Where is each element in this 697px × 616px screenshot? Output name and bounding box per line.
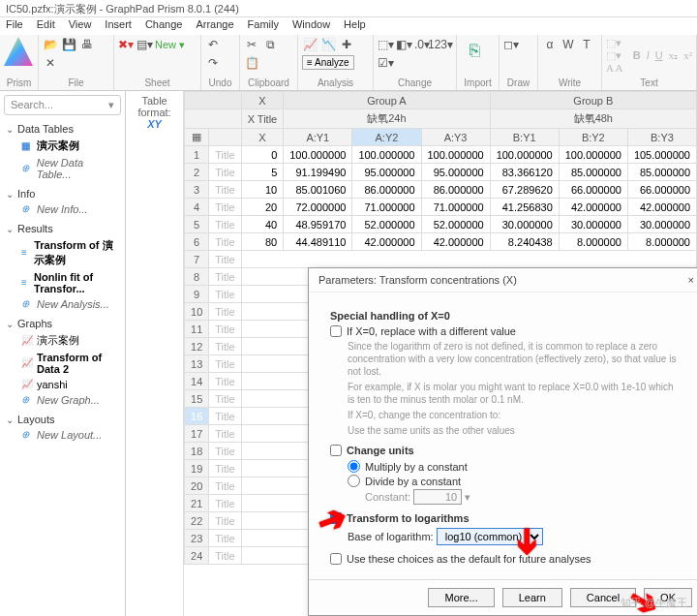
nav-graph-transform[interactable]: 📈Transform of Data 2 [0, 350, 125, 377]
navigator: Search...▾ Data Tables ▦演示案例 ⊕New Data T… [0, 91, 126, 616]
search-dropdown-icon[interactable]: ▾ [108, 99, 114, 111]
nav-item-nonlin[interactable]: ≡Nonlin fit of Transfor... [0, 269, 125, 296]
constant-input[interactable] [413, 489, 462, 505]
import-icon[interactable]: ⎘ [461, 37, 488, 64]
prism-logo-icon[interactable] [4, 37, 33, 66]
nav-graphs[interactable]: Graphs [0, 316, 125, 331]
change2-icon[interactable]: ◧▾ [396, 37, 411, 52]
open-icon[interactable]: 📂 [43, 37, 58, 52]
col-by1[interactable]: B:Y1 [490, 129, 559, 146]
search-input[interactable]: Search...▾ [4, 95, 121, 115]
nav-results[interactable]: Results [0, 221, 125, 236]
nav-new-layout[interactable]: ⊕New Layout... [0, 427, 125, 443]
draw-icon[interactable]: ◻▾ [503, 37, 519, 52]
write-w-icon[interactable]: W [561, 37, 576, 52]
new-sheet-button[interactable]: New ▾ [155, 39, 185, 51]
nav-item-transform[interactable]: ≡Transform of 演示案例 [0, 236, 125, 269]
col-ay1[interactable]: A:Y1 [284, 129, 352, 146]
nav-new-analysis[interactable]: ⊕New Analysis... [0, 296, 125, 312]
subtitle-b[interactable]: 缺氧48h [490, 109, 696, 129]
cut-icon[interactable]: ✂ [244, 37, 259, 52]
table-row[interactable]: 1Title0100.000000100.000000100.000000100… [185, 146, 697, 164]
ribbon-label-change: Change [378, 77, 452, 88]
col-ay2[interactable]: A:Y2 [352, 129, 421, 146]
redo-icon[interactable]: ↷ [205, 55, 221, 71]
nav-graph-yanshi[interactable]: 📈yanshi [0, 377, 125, 392]
base-select[interactable]: log10 (common) [437, 528, 543, 545]
cb-change-units[interactable]: Change units [330, 445, 682, 456]
nav-item-demo[interactable]: ▦演示案例 [0, 137, 125, 155]
paste-icon[interactable]: 📋 [244, 55, 259, 71]
col-by3[interactable]: B:Y3 [627, 129, 696, 146]
col-group-b[interactable]: Group B [490, 92, 696, 109]
sheet-icon[interactable]: ▤▾ [136, 37, 152, 52]
learn-button[interactable]: Learn [502, 588, 562, 607]
write-t-icon[interactable]: T [579, 37, 594, 52]
menu-help[interactable]: Help [344, 18, 366, 34]
plus-icon: ⊕ [21, 429, 33, 441]
radio-divide[interactable]: Divide by a constant [348, 475, 682, 487]
table-row[interactable]: 2Title591.19949095.00000095.00000083.366… [185, 164, 697, 181]
menu-family[interactable]: Family [248, 18, 279, 34]
cb-transform-log[interactable]: Transform to logarithms [330, 512, 682, 524]
menu-window[interactable]: Window [292, 18, 330, 34]
table-row[interactable]: 4Title2072.00000071.00000071.00000041.25… [185, 199, 697, 216]
underline-button[interactable]: U [655, 49, 663, 61]
undo-icon[interactable]: ↶ [205, 37, 221, 52]
sup-button[interactable]: x² [683, 49, 692, 61]
menu-view[interactable]: View [69, 18, 92, 34]
subtitle-a[interactable]: 缺氧24h [284, 109, 490, 129]
nav-graph-demo[interactable]: 📈演示案例 [0, 331, 125, 350]
menu-change[interactable]: Change [145, 18, 183, 34]
col-ay3[interactable]: A:Y3 [421, 129, 490, 146]
graph-icon: 📈 [21, 379, 33, 390]
corner-icon[interactable]: ▦ [185, 129, 209, 146]
menu-insert[interactable]: Insert [105, 18, 132, 34]
chart3-icon[interactable]: ✚ [339, 37, 354, 52]
ribbon-label-clipboard: Clipboard [244, 77, 293, 88]
analyze-button[interactable]: ≡ Analyze [302, 55, 354, 70]
radio-multiply[interactable]: Multiply by a constant [348, 460, 682, 473]
table-format[interactable]: Table format: XY [126, 91, 184, 616]
table-row[interactable]: 6Title8044.48911042.00000042.0000008.240… [185, 233, 697, 251]
nav-new-data-table[interactable]: ⊕New Data Table... [0, 155, 125, 182]
italic-button[interactable]: I [647, 49, 650, 61]
watermark: 知乎 @牛魔王 [621, 596, 687, 610]
col-x2[interactable]: X [241, 129, 284, 146]
print-icon[interactable]: 🖶 [79, 37, 95, 52]
col-x[interactable]: X [241, 92, 284, 109]
change1-icon[interactable]: ⬚▾ [378, 37, 393, 52]
copy-icon[interactable]: ⧉ [262, 37, 278, 52]
constant-row: Constant: ▾ [365, 489, 682, 505]
write-alpha-icon[interactable]: α [542, 37, 558, 52]
nav-info[interactable]: Info [0, 186, 125, 201]
close-file-icon[interactable]: ✕ [43, 55, 58, 71]
dialog-close-icon[interactable]: × [688, 274, 694, 286]
more-button[interactable]: More... [428, 588, 494, 607]
delete-sheet-icon[interactable]: ✖▾ [118, 37, 134, 52]
nav-layouts[interactable]: Layouts [0, 412, 125, 427]
save-icon[interactable]: 💾 [61, 37, 76, 52]
cb-replace-x0[interactable]: If X=0, replace with a different value [330, 325, 682, 337]
chart2-icon[interactable]: 📉 [320, 37, 336, 52]
x-title[interactable]: X Title [241, 109, 284, 129]
table-row[interactable]: 5Title4048.95917052.00000052.00000030.00… [185, 216, 697, 233]
change4-icon[interactable]: 123▾ [433, 37, 448, 52]
menu-file[interactable]: File [6, 18, 23, 34]
table-row[interactable]: 7Title [185, 251, 697, 268]
change5-icon[interactable]: ☑▾ [378, 55, 393, 71]
table-row[interactable]: 3Title1085.00106086.00000086.00000067.28… [185, 181, 697, 199]
plus-icon: ⊕ [21, 298, 33, 310]
sub-button[interactable]: x₂ [669, 49, 679, 62]
menu-edit[interactable]: Edit [37, 18, 55, 34]
col-by2[interactable]: B:Y2 [559, 129, 627, 146]
cb-default[interactable]: Use these choices as the default for fut… [330, 553, 682, 565]
nav-new-info[interactable]: ⊕New Info... [0, 201, 125, 217]
font-select[interactable]: ⬚▾ ⬚▾ A A [606, 37, 627, 74]
bold-button[interactable]: B [633, 49, 641, 61]
col-group-a[interactable]: Group A [284, 92, 490, 109]
nav-new-graph[interactable]: ⊕New Graph... [0, 392, 125, 408]
nav-data-tables[interactable]: Data Tables [0, 121, 125, 137]
menu-arrange[interactable]: Arrange [196, 18, 233, 34]
chart1-icon[interactable]: 📈 [302, 37, 318, 52]
